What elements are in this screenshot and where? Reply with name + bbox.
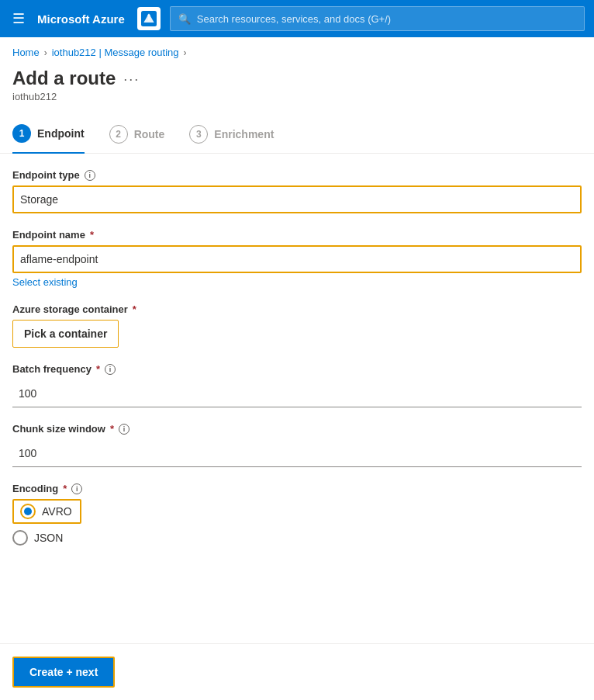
avro-radio-inner [24, 508, 32, 515]
avro-radio-outer [20, 504, 36, 519]
encoding-json-option[interactable]: JSON [12, 530, 582, 546]
breadcrumb: Home › iothub212 | Message routing › [0, 37, 594, 64]
select-existing-link[interactable]: Select existing [12, 276, 78, 288]
endpoint-name-label: Endpoint name * [12, 229, 582, 241]
chunk-size-input[interactable] [12, 439, 582, 467]
json-radio-label: JSON [34, 532, 63, 544]
endpoint-name-input[interactable] [12, 245, 582, 273]
encoding-avro-option[interactable]: AVRO [12, 499, 81, 524]
wizard-steps: 1 Endpoint 2 Route 3 Enrichment [0, 112, 594, 154]
encoding-label: Encoding * i [12, 483, 582, 494]
wizard-step-route[interactable]: 2 Route [109, 125, 165, 153]
breadcrumb-parent[interactable]: iothub212 | Message routing [52, 47, 179, 58]
endpoint-type-info-icon[interactable]: i [85, 170, 95, 181]
search-icon: 🔍 [178, 13, 191, 25]
page-header: Add a route ··· iothub212 [0, 64, 594, 112]
create-next-button[interactable]: Create + next [12, 657, 115, 688]
batch-frequency-label: Batch frequency * i [12, 363, 582, 375]
batch-frequency-required: * [96, 363, 100, 375]
endpoint-type-input[interactable] [12, 185, 582, 213]
json-radio-outer [12, 530, 28, 546]
azure-storage-container-group: Azure storage container * Pick a contain… [12, 303, 582, 348]
encoding-info-icon[interactable]: i [71, 483, 82, 494]
encoding-radio-group: AVRO JSON [12, 499, 582, 546]
brand-name: Microsoft Azure [37, 12, 125, 26]
step-label-route: Route [134, 128, 165, 140]
step-label-endpoint: Endpoint [37, 127, 85, 140]
chunk-size-group: Chunk size window * i [12, 423, 582, 467]
batch-frequency-group: Batch frequency * i [12, 363, 582, 407]
step-circle-1: 1 [12, 124, 31, 143]
more-options-button[interactable]: ··· [123, 71, 140, 88]
endpoint-name-group: Endpoint name * Select existing [12, 229, 582, 288]
global-search[interactable]: 🔍 Search resources, services, and docs (… [170, 6, 585, 31]
step-circle-2: 2 [109, 125, 128, 144]
encoding-group: Encoding * i AVRO JSON [12, 483, 582, 546]
batch-frequency-input[interactable] [12, 379, 582, 407]
step-circle-3: 3 [189, 125, 208, 144]
chunk-size-info-icon[interactable]: i [119, 424, 130, 435]
chunk-size-label: Chunk size window * i [12, 423, 582, 435]
chunk-size-required: * [110, 423, 114, 435]
batch-frequency-info-icon[interactable]: i [105, 364, 116, 375]
step-label-enrichment: Enrichment [214, 128, 274, 140]
azure-storage-container-label: Azure storage container * [12, 303, 582, 315]
breadcrumb-sep-1: › [44, 47, 47, 58]
wizard-step-enrichment[interactable]: 3 Enrichment [189, 125, 274, 153]
azure-logo [137, 7, 161, 30]
page-subtitle: iothub212 [12, 91, 582, 102]
pick-container-button[interactable]: Pick a container [12, 320, 119, 348]
hamburger-menu[interactable]: ☰ [9, 7, 28, 30]
form-content: Endpoint type i Endpoint name * Select e… [0, 154, 594, 577]
top-nav: ☰ Microsoft Azure 🔍 Search resources, se… [0, 0, 594, 37]
endpoint-name-required: * [90, 229, 94, 241]
endpoint-type-group: Endpoint type i [12, 169, 582, 213]
breadcrumb-home[interactable]: Home [12, 47, 40, 58]
azure-storage-required: * [133, 303, 136, 315]
avro-radio-label: AVRO [42, 505, 72, 518]
svg-point-1 [147, 14, 150, 16]
encoding-required: * [63, 483, 67, 494]
bottom-action-bar: Create + next [0, 643, 594, 700]
search-placeholder: Search resources, services, and docs (G+… [197, 13, 391, 25]
page-title: Add a route [12, 68, 116, 89]
endpoint-type-label: Endpoint type i [12, 169, 582, 181]
breadcrumb-sep-2: › [184, 47, 187, 58]
wizard-step-endpoint[interactable]: 1 Endpoint [12, 124, 85, 154]
